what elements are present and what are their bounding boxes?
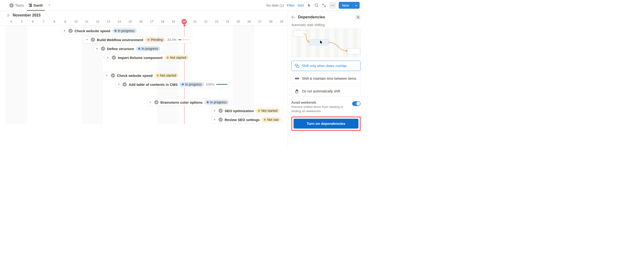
status-pill: Not started: [256, 108, 280, 113]
back-icon[interactable]: [292, 15, 296, 19]
status-pill: Not started: [154, 73, 178, 78]
disclose-triangle-icon[interactable]: [63, 29, 66, 33]
disclose-triangle-icon[interactable]: [85, 38, 89, 42]
date-col: 6: [27, 18, 38, 25]
status-pill: Pending: [145, 37, 165, 42]
tab-tasks[interactable]: Tasks: [8, 2, 26, 9]
task-card[interactable]: Define structureIn progress: [94, 45, 163, 52]
date-col: 29: [276, 18, 287, 25]
date-col: 7: [38, 18, 49, 25]
task-title: Brainstorm color options: [160, 100, 202, 104]
gantt-body: New Check website speedIn progressBuild …: [0, 25, 288, 124]
status-label: Not started: [261, 109, 277, 113]
avoid-weekends-desc: Prevent shifted items from starting or e…: [292, 105, 349, 113]
bolt-icon[interactable]: [307, 3, 312, 8]
task-card[interactable]: Import Relume componentNot started: [104, 54, 191, 61]
status-label: Not started: [160, 74, 176, 77]
disclose-triangle-icon[interactable]: [149, 100, 152, 104]
task-card[interactable]: Add table of contents in CMSIn progress1…: [115, 81, 230, 88]
date-col: 8: [49, 18, 60, 25]
svg-line-1: [317, 6, 318, 7]
avoid-weekends-toggle[interactable]: [352, 101, 360, 106]
add-view-button[interactable]: +: [46, 2, 52, 8]
task-card[interactable]: Check website speedIn progress: [61, 27, 139, 34]
panel-subtitle: Automatic date shifting: [292, 23, 360, 27]
date-col: 28: [265, 18, 276, 25]
task-check-icon[interactable]: [112, 55, 116, 60]
svg-rect-6: [296, 66, 299, 67]
task-check-icon[interactable]: [101, 46, 105, 51]
date-col: 15: [125, 18, 136, 25]
new-button-chevron[interactable]: [352, 3, 360, 7]
task-title: Import Relume component: [118, 56, 162, 60]
date-col: 14: [114, 18, 125, 25]
date-col: 17: [146, 18, 157, 25]
expand-icon[interactable]: [322, 3, 326, 8]
percent-label: 100%: [206, 82, 214, 86]
option-maintain-time[interactable]: Shift & maintain time between items: [292, 73, 360, 84]
search-icon[interactable]: [314, 3, 319, 8]
status-pill: In progress: [136, 46, 160, 51]
disclose-triangle-icon[interactable]: [117, 82, 121, 86]
date-col: 19: [168, 18, 179, 25]
svg-point-0: [315, 4, 318, 6]
task-title: Check website speed: [117, 74, 153, 78]
toolbar-right: No date (1) Filter Sort New: [266, 2, 360, 9]
date-col: 20: [179, 18, 190, 25]
task-card[interactable]: Build Webflow environmentPending33.3%: [84, 36, 192, 43]
new-button[interactable]: New: [339, 2, 360, 9]
date-col: 23: [211, 18, 222, 25]
date-col: 16: [136, 18, 146, 25]
cursor-icon: [320, 40, 323, 44]
disclose-triangle-icon[interactable]: [106, 56, 110, 59]
date-col: 18: [157, 18, 168, 25]
top-toolbar: Tasks Gantt + No date (1) Filter Sort Ne…: [0, 0, 364, 11]
date-col: 26: [244, 18, 254, 25]
tab-gantt[interactable]: Gantt: [27, 2, 44, 9]
view-tabs: Tasks Gantt +: [8, 2, 52, 9]
close-button[interactable]: [356, 14, 360, 20]
switch-knob: [356, 102, 360, 106]
task-check-icon[interactable]: [111, 73, 115, 78]
date-col: 5: [16, 18, 27, 25]
dependencies-illustration: [292, 29, 360, 57]
task-check-icon[interactable]: [68, 29, 73, 33]
filter-button[interactable]: Filter: [287, 3, 294, 7]
status-pill: In progress: [180, 82, 204, 87]
task-card[interactable]: Check website speedNot started: [104, 72, 181, 79]
task-check-icon[interactable]: [218, 109, 223, 113]
task-check-icon[interactable]: [218, 118, 223, 122]
month-expand-icon[interactable]: [7, 14, 10, 17]
status-pill: Not star: [262, 117, 281, 122]
panel-header: Dependencies: [292, 14, 360, 20]
new-task-button[interactable]: New: [8, 117, 20, 121]
task-card[interactable]: Review SEO settingsNot star: [211, 116, 282, 123]
svg-point-2: [331, 5, 332, 6]
disclose-triangle-icon[interactable]: [105, 74, 109, 77]
option-maintain-time-label: Shift & maintain time between items: [302, 77, 356, 80]
disclose-triangle-icon[interactable]: [213, 109, 217, 113]
gantt-icon: [29, 4, 32, 7]
disclose-triangle-icon[interactable]: [213, 118, 217, 122]
task-title: Define structure: [107, 47, 134, 51]
task-check-icon[interactable]: [122, 82, 127, 86]
disclose-triangle-icon[interactable]: [95, 47, 99, 50]
task-title: SEO optimization: [224, 109, 254, 113]
no-date-button[interactable]: No date (1): [266, 3, 284, 7]
task-check-icon[interactable]: [91, 38, 95, 42]
status-pill: In progress: [204, 100, 229, 105]
date-col: 22: [200, 18, 211, 25]
date-col: 4: [6, 18, 16, 25]
option-shift-overlap[interactable]: Shift only when dates overlap: [292, 61, 360, 71]
option-no-shift[interactable]: Do not automatically shift: [292, 86, 360, 96]
new-button-label: New: [339, 2, 352, 9]
task-card[interactable]: Brainstorm color optionsIn progress: [147, 99, 232, 106]
sort-button[interactable]: Sort: [297, 3, 304, 7]
status-label: Not started: [170, 56, 186, 59]
more-button[interactable]: [329, 2, 336, 9]
task-card[interactable]: SEO optimizationNot started: [211, 107, 282, 114]
turn-on-dependencies-button[interactable]: Turn on dependencies: [294, 119, 358, 129]
svg-point-4: [334, 5, 334, 6]
option-shift-overlap-label: Shift only when dates overlap: [302, 64, 346, 68]
task-check-icon[interactable]: [154, 100, 158, 104]
